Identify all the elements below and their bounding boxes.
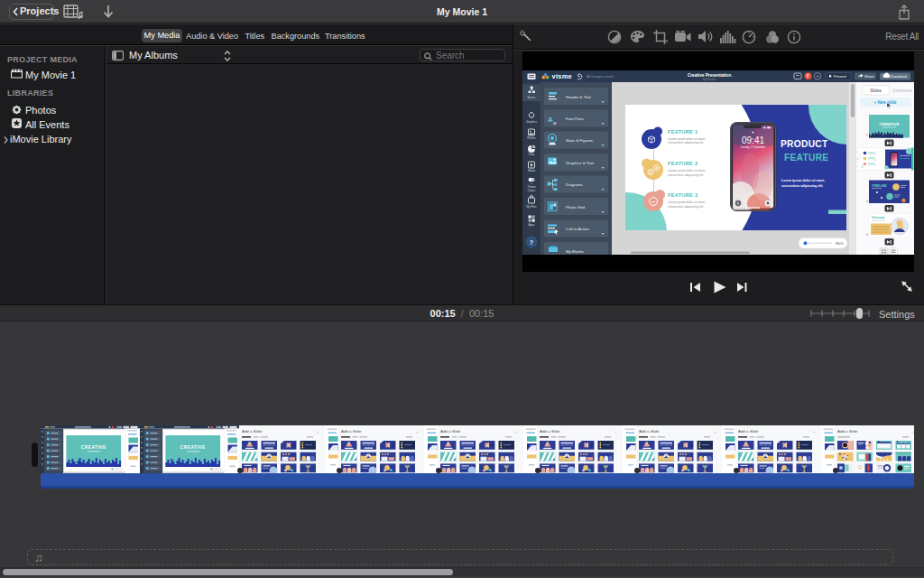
svg-text:Present: Present	[834, 74, 847, 79]
svg-text:consectetur adipiscing elit.: consectetur adipiscing elit.	[668, 205, 704, 209]
svg-text:Lorem ipsum dolor sit amet,: Lorem ipsum dolor sit amet,	[668, 169, 706, 172]
svg-text:Photos: Photos	[527, 136, 536, 140]
svg-text:Graphics: Graphics	[526, 120, 538, 124]
svg-text:Header & Text: Header & Text	[566, 95, 592, 99]
svg-text:FEATURE 2: FEATURE 2	[668, 161, 698, 166]
svg-text:F: F	[807, 74, 809, 79]
svg-text:4: 4	[866, 233, 868, 237]
svg-text:Diagrams: Diagrams	[566, 182, 584, 187]
svg-text:Stats & Figures: Stats & Figures	[566, 138, 594, 143]
svg-text:Basics: Basics	[528, 96, 536, 99]
svg-text:+: +	[816, 73, 818, 79]
svg-text:PRODUCT: PRODUCT	[781, 139, 828, 149]
svg-text:Photo Grid: Photo Grid	[566, 205, 586, 210]
svg-text:Lorem ipsum dolor sit amet,: Lorem ipsum dolor sit amet,	[668, 137, 706, 141]
svg-text:Lorem ipsum dolor sit amet,: Lorem ipsum dolor sit amet,	[668, 200, 706, 204]
svg-text:FEATURE: FEATURE	[900, 157, 910, 160]
svg-text:+ New slide: + New slide	[873, 100, 897, 105]
svg-text:My Files: My Files	[526, 205, 537, 209]
svg-text:FEATURE 3: FEATURE 3	[668, 192, 698, 198]
svg-text:Call to Action: Call to Action	[566, 227, 589, 231]
svg-text:All changes saved: All changes saved	[587, 75, 613, 79]
svg-text:▾: ▾	[602, 231, 604, 236]
svg-text:consectetur adipiscing elit.: consectetur adipiscing elit.	[668, 141, 704, 144]
svg-text:visme: visme	[552, 72, 572, 80]
svg-text:Schemata: Schemata	[872, 216, 885, 219]
svg-text:CREATIVE: CREATIVE	[880, 122, 900, 126]
svg-text:85%: 85%	[836, 241, 844, 246]
svg-text:FEATURE 1: FEATURE 1	[668, 129, 698, 135]
svg-text:Tuesday, 12 September: Tuesday, 12 September	[741, 145, 766, 149]
svg-text:Share: Share	[864, 74, 874, 79]
svg-text:?: ?	[530, 239, 533, 246]
svg-text:By Fiorella: By Fiorella	[703, 78, 716, 81]
svg-text:Apps: Apps	[529, 223, 535, 227]
svg-text:Creative Presentation: Creative Presentation	[688, 73, 731, 78]
svg-text:TIMELINE: TIMELINE	[872, 184, 887, 188]
svg-text:2: 2	[862, 165, 864, 169]
svg-text:Graphics & Text: Graphics & Text	[566, 161, 595, 165]
svg-text:Font Pairs: Font Pairs	[566, 117, 585, 121]
svg-text:FEATURE: FEATURE	[784, 153, 828, 163]
svg-text:09:41: 09:41	[742, 135, 764, 145]
svg-text:consectetur adipiscing elit.: consectetur adipiscing elit.	[668, 173, 704, 177]
svg-text:Lorem ipsum dolor sit amet,: Lorem ipsum dolor sit amet,	[781, 179, 825, 182]
svg-text:consectetur adipiscing elit.: consectetur adipiscing elit.	[781, 184, 823, 188]
svg-text:Slides: Slides	[870, 89, 882, 93]
svg-text:Media: Media	[528, 169, 536, 172]
svg-text:3: 3	[866, 200, 868, 203]
svg-text:▾: ▾	[602, 143, 604, 147]
svg-text:My Blocks: My Blocks	[566, 249, 585, 254]
svg-text:Data: Data	[529, 153, 535, 156]
svg-text:▾: ▾	[602, 121, 604, 126]
svg-text:1: 1	[866, 134, 868, 137]
svg-text:▾: ▾	[602, 210, 604, 214]
svg-text:Colors: Colors	[528, 189, 536, 192]
svg-text:Comments: Comments	[892, 89, 913, 93]
svg-text:▾: ▾	[602, 99, 604, 104]
svg-text:⌄: ⌄	[731, 73, 734, 78]
svg-text:▾: ▾	[602, 187, 604, 191]
svg-text:Download: Download	[891, 74, 907, 79]
svg-text:▾: ▾	[602, 165, 604, 170]
